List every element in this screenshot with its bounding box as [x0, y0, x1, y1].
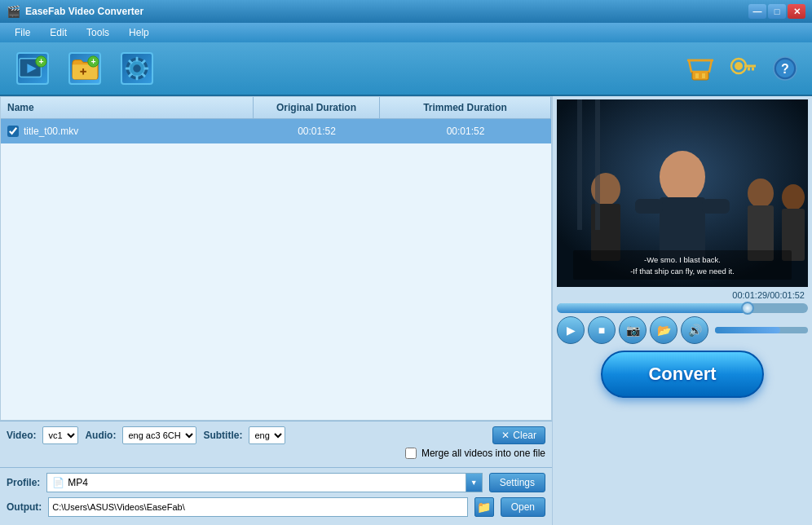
bottom-controls: Video: vc1 Audio: eng ac3 6CH Subtitle: … — [0, 421, 552, 467]
progress-thumb[interactable] — [741, 302, 754, 315]
shop-icon[interactable] — [683, 51, 717, 86]
snapshot-button[interactable]: 📷 — [619, 316, 647, 344]
add-folder-icon: + — [68, 52, 101, 85]
stop-button[interactable]: ■ — [588, 316, 616, 344]
table-row[interactable]: title_t00.mkv 00:01:52 00:01:52 — [1, 119, 551, 143]
merge-label: Merge all videos into one file — [421, 448, 545, 459]
svg-rect-20 — [702, 73, 705, 78]
svg-text:?: ? — [781, 62, 789, 76]
app-title: EaseFab Video Converter — [25, 6, 143, 17]
output-path-input[interactable] — [48, 497, 467, 517]
open-file-button[interactable]: 📂 — [650, 316, 677, 344]
key-icon[interactable] — [726, 51, 760, 86]
video-select-wrapper: vc1 — [42, 426, 78, 444]
left-panel: Name Original Duration Trimmed Duration … — [0, 96, 553, 525]
clear-x-icon: ✕ — [501, 430, 510, 441]
svg-text:+: + — [90, 57, 95, 66]
svg-rect-26 — [748, 68, 750, 71]
volume-button[interactable]: 🔊 — [681, 316, 708, 344]
profile-row: Profile: 📄 MP4 ▼ Settings — [7, 473, 545, 492]
volume-bar[interactable] — [715, 327, 808, 333]
svg-rect-15 — [136, 76, 139, 81]
svg-text:-If that ship can fly, we need: -If that ship can fly, we need it. — [630, 267, 735, 276]
svg-text:+: + — [38, 57, 43, 66]
menu-edit[interactable]: Edit — [42, 25, 75, 40]
menu-file[interactable]: File — [7, 25, 38, 40]
help-icon[interactable]: ? — [768, 51, 802, 86]
svg-point-39 — [782, 184, 805, 210]
settings-gear-button[interactable] — [114, 46, 160, 90]
menu-bar: File Edit Tools Help — [0, 23, 812, 42]
menu-tools[interactable]: Tools — [78, 25, 117, 40]
video-progress-bar[interactable] — [557, 303, 808, 313]
file-name: title_t00.mkv — [24, 126, 78, 137]
svg-rect-11 — [136, 57, 139, 62]
original-duration-cell: 00:01:52 — [254, 122, 380, 140]
file-checkbox[interactable] — [7, 126, 19, 137]
maximize-button[interactable]: □ — [768, 4, 786, 19]
output-folder-icon-button[interactable]: 📁 — [474, 497, 494, 517]
svg-rect-19 — [695, 73, 699, 78]
subtitle-select[interactable]: eng — [249, 426, 285, 444]
svg-text:-We smo. I blast back.: -We smo. I blast back. — [644, 255, 721, 264]
convert-button[interactable]: Convert — [601, 351, 764, 398]
minimize-button[interactable]: — — [748, 4, 766, 19]
audio-select[interactable]: eng ac3 6CH — [122, 426, 196, 444]
svg-rect-17 — [126, 68, 130, 70]
clear-button[interactable]: ✕ Clear — [492, 426, 545, 444]
main-content: Name Original Duration Trimmed Duration … — [0, 96, 812, 525]
add-video-button[interactable]: + — [10, 46, 55, 90]
preview-scene: -We smo. I blast back. -If that ship can… — [557, 99, 808, 287]
svg-point-31 — [660, 151, 705, 203]
profile-label: Profile: — [7, 477, 40, 488]
audio-select-wrapper: eng ac3 6CH — [122, 426, 196, 444]
menu-help[interactable]: Help — [121, 25, 157, 40]
volume-fill — [715, 327, 780, 333]
video-label: Video: — [7, 430, 36, 441]
column-header-name: Name — [1, 97, 254, 118]
file-list-container: Name Original Duration Trimmed Duration … — [0, 96, 552, 421]
play-button[interactable]: ▶ — [557, 316, 585, 344]
toolbar: + + — [0, 42, 812, 96]
svg-rect-24 — [744, 65, 756, 68]
svg-point-37 — [748, 179, 774, 208]
profile-value[interactable]: 📄 MP4 — [46, 473, 466, 492]
add-folder-button[interactable]: + — [62, 46, 108, 90]
close-button[interactable]: ✕ — [788, 4, 805, 19]
profile-section: Profile: 📄 MP4 ▼ Settings Output: 📁 Open — [0, 467, 552, 525]
subtitle-label: Subtitle: — [203, 430, 242, 441]
title-bar: 🎬 EaseFab Video Converter — □ ✕ — [0, 0, 812, 23]
column-header-original-duration: Original Duration — [254, 97, 380, 118]
svg-rect-5 — [80, 71, 86, 73]
add-video-icon: + — [16, 52, 49, 85]
profile-dropdown-arrow[interactable]: ▼ — [466, 473, 483, 492]
svg-rect-13 — [144, 68, 149, 70]
settings-gear-icon — [121, 52, 153, 85]
right-panel: -We smo. I blast back. -If that ship can… — [553, 96, 812, 525]
profile-select-wrapper: 📄 MP4 ▼ — [46, 473, 482, 492]
trimmed-duration-cell: 00:01:52 — [380, 122, 551, 140]
column-header-trimmed-duration: Trimmed Duration — [380, 97, 551, 118]
svg-rect-25 — [752, 68, 754, 71]
toolbar-right: ? — [683, 51, 802, 86]
svg-point-23 — [735, 62, 743, 70]
svg-point-10 — [133, 64, 140, 72]
settings-button[interactable]: Settings — [489, 473, 545, 492]
svg-rect-34 — [702, 199, 730, 214]
svg-rect-33 — [635, 199, 663, 214]
app-icon: 🎬 — [7, 5, 20, 18]
window-controls: — □ ✕ — [748, 4, 805, 19]
output-row: Output: 📁 Open — [7, 497, 545, 517]
file-list-header: Name Original Duration Trimmed Duration — [1, 97, 551, 119]
output-label: Output: — [7, 501, 42, 513]
subtitle-select-wrapper: eng — [249, 426, 285, 444]
open-button[interactable]: Open — [501, 497, 545, 517]
video-preview: -We smo. I blast back. -If that ship can… — [557, 99, 808, 287]
video-select[interactable]: vc1 — [42, 426, 78, 444]
merge-row: Merge all videos into one file — [7, 448, 545, 459]
media-controls-row: Video: vc1 Audio: eng ac3 6CH Subtitle: … — [7, 426, 545, 444]
player-controls: ▶ ■ 📷 📂 🔊 — [557, 316, 808, 344]
file-name-cell: title_t00.mkv — [1, 122, 254, 140]
audio-label: Audio: — [85, 430, 116, 441]
merge-checkbox[interactable] — [405, 448, 417, 459]
